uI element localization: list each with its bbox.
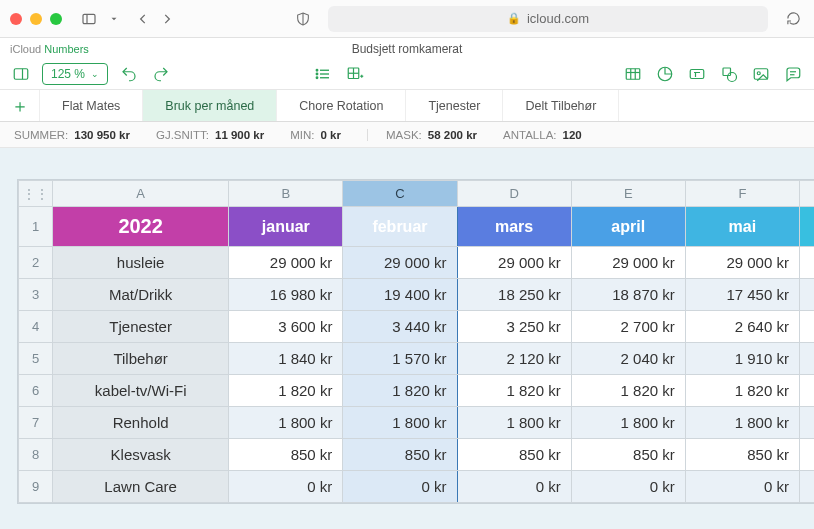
redo-button[interactable] [150,63,172,85]
data-cell[interactable]: 18 250 kr [457,279,571,311]
shape-button[interactable] [718,63,740,85]
reload-button[interactable] [782,8,804,30]
data-cell[interactable] [799,311,814,343]
data-cell[interactable]: 2 700 kr [571,311,685,343]
data-cell[interactable]: 29 000 kr [571,247,685,279]
data-cell[interactable]: 1 820 kr [571,375,685,407]
row-label-cell[interactable]: Klesvask [53,439,229,471]
minimize-window-button[interactable] [30,13,42,25]
column-header[interactable]: D [457,181,571,207]
data-cell[interactable]: 1 840 kr [229,343,343,375]
sheet-tab[interactable]: Chore Rotation [277,90,406,121]
row-number[interactable]: 8 [19,439,53,471]
row-label-cell[interactable]: husleie [53,247,229,279]
forward-button[interactable] [156,8,178,30]
spreadsheet-canvas[interactable]: ⋮⋮ ABCDEF 1 2022januarfebruarmarsaprilma… [0,148,814,529]
row-number[interactable]: 6 [19,375,53,407]
sheet-tab[interactable]: Bruk per måned [143,90,277,121]
data-cell[interactable]: 850 kr [457,439,571,471]
data-cell[interactable] [799,343,814,375]
column-header[interactable]: C [343,181,457,207]
data-cell[interactable]: 3 600 kr [229,311,343,343]
data-cell[interactable] [799,247,814,279]
data-cell[interactable] [799,375,814,407]
select-all-corner[interactable]: ⋮⋮ [19,181,53,207]
media-button[interactable] [750,63,772,85]
data-cell[interactable]: 1 820 kr [457,375,571,407]
data-cell[interactable]: 29 000 kr [685,247,799,279]
column-header[interactable]: E [571,181,685,207]
data-cell[interactable]: 1 800 kr [229,407,343,439]
row-number[interactable]: 9 [19,471,53,503]
month-header-cell[interactable]: april [571,207,685,247]
zoom-window-button[interactable] [50,13,62,25]
text-box-button[interactable] [686,63,708,85]
month-header-cell[interactable] [799,207,814,247]
data-cell[interactable]: 1 800 kr [343,407,457,439]
column-header[interactable]: B [229,181,343,207]
data-cell[interactable]: 3 250 kr [457,311,571,343]
column-header[interactable]: A [53,181,229,207]
data-cell[interactable]: 1 800 kr [457,407,571,439]
sheet-tab[interactable]: Flat Mates [40,90,143,121]
row-number[interactable]: 7 [19,407,53,439]
row-label-cell[interactable]: Lawn Care [53,471,229,503]
data-cell[interactable]: 29 000 kr [343,247,457,279]
year-header-cell[interactable]: 2022 [53,207,229,247]
data-cell[interactable]: 2 640 kr [685,311,799,343]
column-header[interactable]: F [685,181,799,207]
add-sheet-button[interactable]: ＋ [0,90,40,121]
toggle-panel-button[interactable] [10,63,32,85]
month-header-cell[interactable]: januar [229,207,343,247]
data-cell[interactable] [799,439,814,471]
privacy-shield-icon[interactable] [292,8,314,30]
data-cell[interactable]: 1 820 kr [229,375,343,407]
data-cell[interactable]: 29 000 kr [229,247,343,279]
data-table[interactable]: ⋮⋮ ABCDEF 1 2022januarfebruarmarsaprilma… [18,180,814,503]
data-cell[interactable] [799,471,814,503]
sidebar-toggle-button[interactable] [78,8,100,30]
data-cell[interactable]: 1 570 kr [343,343,457,375]
data-cell[interactable] [799,407,814,439]
data-cell[interactable]: 18 870 kr [571,279,685,311]
undo-button[interactable] [118,63,140,85]
data-cell[interactable]: 850 kr [343,439,457,471]
row-number[interactable]: 2 [19,247,53,279]
data-cell[interactable]: 850 kr [229,439,343,471]
list-format-button[interactable] [312,63,334,85]
row-label-cell[interactable]: kabel-tv/Wi-Fi [53,375,229,407]
zoom-dropdown[interactable]: 125 % ⌄ [42,63,108,85]
row-number[interactable]: 1 [19,207,53,247]
month-header-cell[interactable]: mai [685,207,799,247]
row-number[interactable]: 5 [19,343,53,375]
row-label-cell[interactable]: Tilbehør [53,343,229,375]
data-cell[interactable] [799,279,814,311]
data-cell[interactable]: 0 kr [457,471,571,503]
chart-button[interactable] [654,63,676,85]
row-number[interactable]: 4 [19,311,53,343]
data-cell[interactable]: 1 910 kr [685,343,799,375]
column-header[interactable] [799,181,814,207]
data-cell[interactable]: 19 400 kr [343,279,457,311]
row-label-cell[interactable]: Renhold [53,407,229,439]
row-number[interactable]: 3 [19,279,53,311]
close-window-button[interactable] [10,13,22,25]
data-cell[interactable]: 16 980 kr [229,279,343,311]
data-cell[interactable]: 17 450 kr [685,279,799,311]
sheet-tab[interactable]: Delt Tilbehør [503,90,619,121]
table-button[interactable] [622,63,644,85]
address-bar[interactable]: 🔒 icloud.com [328,6,768,32]
month-header-cell[interactable]: februar [343,207,457,247]
data-cell[interactable]: 2 120 kr [457,343,571,375]
row-label-cell[interactable]: Mat/Drikk [53,279,229,311]
data-cell[interactable]: 0 kr [571,471,685,503]
row-label-cell[interactable]: Tjenester [53,311,229,343]
sheet-tab[interactable]: Tjenester [406,90,503,121]
tab-group-dropdown[interactable] [108,8,120,30]
month-header-cell[interactable]: mars [457,207,571,247]
data-cell[interactable]: 850 kr [685,439,799,471]
data-cell[interactable]: 1 800 kr [685,407,799,439]
insert-table-button[interactable] [344,63,366,85]
data-cell[interactable]: 1 800 kr [571,407,685,439]
data-cell[interactable]: 0 kr [343,471,457,503]
